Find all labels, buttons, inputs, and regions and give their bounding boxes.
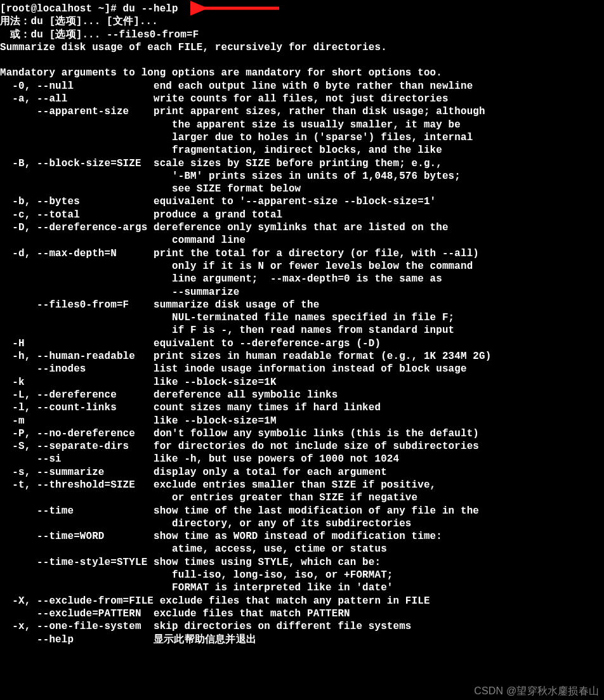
watermark-text: CSDN @望穿秋水鏖损春山 xyxy=(474,685,599,697)
terminal-output: [root@localhost ~]# du --help 用法：du [选项]… xyxy=(0,0,604,646)
